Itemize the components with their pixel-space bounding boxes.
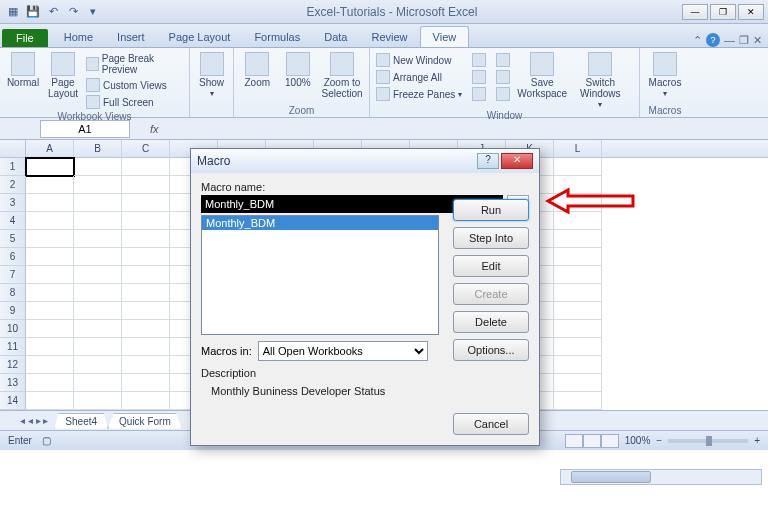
cell[interactable]	[122, 302, 170, 320]
row-header[interactable]: 10	[0, 320, 26, 338]
minimize-button[interactable]: —	[682, 4, 708, 20]
row-header[interactable]: 1	[0, 158, 26, 176]
sheet-tab[interactable]: Sheet4	[54, 413, 108, 429]
tab-insert[interactable]: Insert	[105, 27, 157, 47]
tab-home[interactable]: Home	[52, 27, 105, 47]
step-into-button[interactable]: Step Into	[453, 227, 529, 249]
cell[interactable]	[554, 374, 602, 392]
workbook-close-icon[interactable]: ✕	[753, 34, 762, 47]
page-break-preview-button[interactable]: Page Break Preview	[84, 52, 185, 76]
zoom-100-button[interactable]: 100%	[279, 50, 318, 88]
row-header[interactable]: 5	[0, 230, 26, 248]
dialog-close-button[interactable]: ✕	[501, 153, 533, 169]
cell[interactable]	[74, 176, 122, 194]
cell[interactable]	[26, 176, 74, 194]
cell[interactable]	[122, 320, 170, 338]
save-workspace-button[interactable]: Save Workspace	[514, 50, 570, 99]
unhide-button[interactable]	[470, 86, 488, 102]
cell[interactable]	[26, 158, 74, 176]
normal-view-button[interactable]: Normal	[4, 50, 42, 88]
sheet-nav-icons[interactable]: ◂ ◂ ▸ ▸	[20, 415, 48, 426]
cell[interactable]	[122, 266, 170, 284]
row-header[interactable]: 11	[0, 338, 26, 356]
cell[interactable]	[554, 248, 602, 266]
cell[interactable]	[122, 158, 170, 176]
cell[interactable]	[554, 158, 602, 176]
new-window-button[interactable]: New Window	[374, 52, 464, 68]
cell[interactable]	[74, 374, 122, 392]
tab-review[interactable]: Review	[359, 27, 419, 47]
freeze-panes-button[interactable]: Freeze Panes▾	[374, 86, 464, 102]
row-header[interactable]: 6	[0, 248, 26, 266]
cell[interactable]	[74, 302, 122, 320]
cell[interactable]	[554, 266, 602, 284]
cell[interactable]	[74, 266, 122, 284]
cancel-button[interactable]: Cancel	[453, 413, 529, 435]
cell[interactable]	[122, 392, 170, 410]
row-header[interactable]: 8	[0, 284, 26, 302]
cell[interactable]	[554, 194, 602, 212]
cell[interactable]	[554, 302, 602, 320]
cell[interactable]	[122, 356, 170, 374]
page-layout-button[interactable]: Page Layout	[44, 50, 82, 99]
edit-button[interactable]: Edit	[453, 255, 529, 277]
help-icon[interactable]: ?	[706, 33, 720, 47]
cell[interactable]	[26, 302, 74, 320]
show-button[interactable]: Show▾	[194, 50, 229, 98]
macro-list-item[interactable]: Monthly_BDM	[202, 216, 438, 230]
cell[interactable]	[26, 320, 74, 338]
cell[interactable]	[74, 230, 122, 248]
cell[interactable]	[26, 392, 74, 410]
cell[interactable]	[554, 176, 602, 194]
view-shortcuts[interactable]	[565, 434, 619, 448]
cell[interactable]	[554, 284, 602, 302]
cell[interactable]	[122, 338, 170, 356]
row-header[interactable]: 13	[0, 374, 26, 392]
row-header[interactable]: 12	[0, 356, 26, 374]
cell[interactable]	[554, 392, 602, 410]
name-box[interactable]: A1	[40, 120, 130, 138]
zoom-selection-button[interactable]: Zoom to Selection	[319, 50, 365, 99]
tab-page-layout[interactable]: Page Layout	[157, 27, 243, 47]
cell[interactable]	[26, 374, 74, 392]
cell[interactable]	[554, 320, 602, 338]
cell[interactable]	[74, 248, 122, 266]
cell[interactable]	[26, 230, 74, 248]
cell[interactable]	[26, 194, 74, 212]
cell[interactable]	[554, 356, 602, 374]
cell[interactable]	[74, 284, 122, 302]
cell[interactable]	[26, 284, 74, 302]
custom-views-button[interactable]: Custom Views	[84, 77, 185, 93]
cell[interactable]	[122, 230, 170, 248]
zoom-out-icon[interactable]: −	[656, 435, 662, 446]
sheet-tab[interactable]: Quick Form	[108, 413, 182, 429]
sync-scroll-button[interactable]	[494, 69, 512, 85]
macro-record-icon[interactable]: ▢	[42, 435, 51, 446]
dialog-help-button[interactable]: ?	[477, 153, 499, 169]
row-header[interactable]: 3	[0, 194, 26, 212]
view-side-button[interactable]	[494, 52, 512, 68]
cell[interactable]	[26, 356, 74, 374]
zoom-level[interactable]: 100%	[625, 435, 651, 446]
column-header[interactable]: B	[74, 140, 122, 157]
cell[interactable]	[122, 374, 170, 392]
cell[interactable]	[74, 338, 122, 356]
run-button[interactable]: Run	[453, 199, 529, 221]
tab-view[interactable]: View	[420, 26, 470, 47]
zoom-button[interactable]: Zoom	[238, 50, 277, 88]
cell[interactable]	[74, 320, 122, 338]
cell[interactable]	[26, 212, 74, 230]
workbook-min-icon[interactable]: —	[724, 34, 735, 46]
switch-windows-button[interactable]: Switch Windows▾	[572, 50, 628, 109]
row-header[interactable]: 9	[0, 302, 26, 320]
cell[interactable]	[74, 212, 122, 230]
cell[interactable]	[74, 158, 122, 176]
cell[interactable]	[554, 212, 602, 230]
cell[interactable]	[74, 194, 122, 212]
tab-formulas[interactable]: Formulas	[242, 27, 312, 47]
dialog-title-bar[interactable]: Macro ? ✕	[191, 149, 539, 173]
save-icon[interactable]: 💾	[24, 3, 42, 21]
zoom-in-icon[interactable]: +	[754, 435, 760, 446]
hide-button[interactable]	[470, 69, 488, 85]
column-header[interactable]: L	[554, 140, 602, 157]
